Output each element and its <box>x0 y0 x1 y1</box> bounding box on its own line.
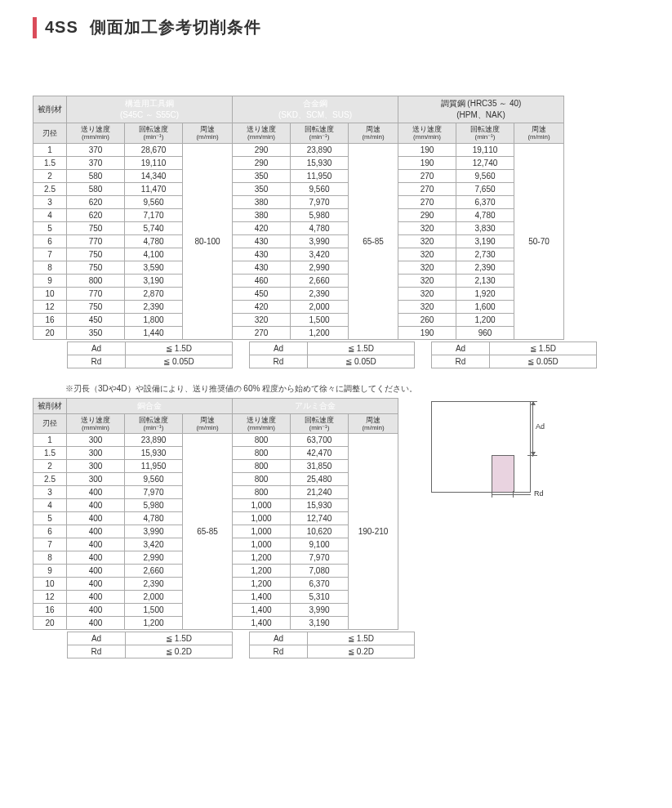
material-column-header: アルミ合金 <box>233 398 398 413</box>
speed-header: 周速(m/min) <box>514 123 564 144</box>
ad-label: Ad <box>68 342 126 355</box>
ad-label: Ad <box>68 632 126 645</box>
speed-header: 周速(m/min) <box>349 123 398 144</box>
adrd-table: Ad≦ 1.5DRd≦ 0.05D <box>249 342 415 368</box>
ad-label: Ad <box>432 342 490 355</box>
diagram-rd-label: Rd <box>534 489 544 498</box>
ad-value: ≦ 1.5D <box>490 342 597 355</box>
feed-header: 送り速度(mm/min) <box>67 123 125 144</box>
dia-header: 刃径 <box>33 123 67 144</box>
ad-label: Ad <box>250 342 308 355</box>
material-column-header: 構造用工具鋼(S45C ～ S55C) <box>67 96 233 123</box>
footnote: ※刃長（3Dや4D）や設備により、送り推奨値の 60% 程度から始めて徐々に調整… <box>65 383 639 395</box>
adrd-row-1: Ad≦ 1.5DRd≦ 0.05DAd≦ 1.5DRd≦ 0.05DAd≦ 1.… <box>33 342 639 368</box>
cutting-table-1: 被削材構造用工具鋼(S45C ～ S55C)合金鋼(SKD、SCM、SUS)調質… <box>33 96 639 340</box>
material-header: 被削材 <box>33 398 67 413</box>
rd-label: Rd <box>68 645 126 658</box>
product-code: 4SS <box>45 18 78 37</box>
material-column-header: 合金鋼(SKD、SCM、SUS) <box>233 96 398 123</box>
rpm-header: 回転速度(min⁻¹) <box>456 123 514 144</box>
cutting-table-2: 被削材銅合金アルミ合金刃径送り速度(mm/min)回転速度(min⁻¹)周速(m… <box>33 398 415 631</box>
rd-value: ≦ 0.05D <box>126 355 233 368</box>
adrd-row-2: Ad≦ 1.5DRd≦ 0.2DAd≦ 1.5DRd≦ 0.2D <box>33 632 415 658</box>
rpm-header: 回転速度(min⁻¹) <box>291 413 349 434</box>
page-title: 4SS 側面加工参考切削条件 <box>33 16 639 38</box>
material-column-header: 調質鋼 (HRC35 ～ 40)(HPM、NAK) <box>398 96 564 123</box>
data-row: 46207,1703805,9802904,780 <box>33 208 564 221</box>
data-row: 258014,34035011,9502709,560 <box>33 169 564 182</box>
ad-rd-diagram: Ad Rd <box>428 398 550 504</box>
speed-cell: 65-85 <box>349 143 398 339</box>
adrd-table: Ad≦ 1.5DRd≦ 0.05D <box>431 342 597 368</box>
speed-cell: 190-210 <box>349 434 398 630</box>
data-row: 87503,5904302,9903202,390 <box>33 261 564 274</box>
speed-cell: 50-70 <box>514 143 564 339</box>
rd-label: Rd <box>68 355 126 368</box>
data-row: 203501,4402701,200190960 <box>33 326 564 339</box>
rpm-header: 回転速度(min⁻¹) <box>125 123 183 144</box>
speed-cell: 80-100 <box>183 143 233 339</box>
data-row: 98003,1904602,6603202,130 <box>33 274 564 287</box>
data-row: 164501,8003201,5002601,200 <box>33 313 564 326</box>
rd-value: ≦ 0.2D <box>126 645 233 658</box>
ad-value: ≦ 1.5D <box>126 632 233 645</box>
data-row: 1.537019,11029015,93019012,740 <box>33 156 564 169</box>
title-text: 側面加工参考切削条件 <box>90 16 261 38</box>
ad-value: ≦ 1.5D <box>308 342 415 355</box>
title-accent-bar <box>33 17 37 38</box>
dia-header: 刃径 <box>33 413 67 434</box>
feed-header: 送り速度(mm/min) <box>398 123 456 144</box>
rpm-header: 回転速度(min⁻¹) <box>125 413 183 434</box>
data-row: 57505,7404204,7803203,830 <box>33 221 564 234</box>
feed-header: 送り速度(mm/min) <box>233 413 291 434</box>
data-row: 36209,5603807,9702706,370 <box>33 195 564 208</box>
data-row: 2.558011,4703509,5602707,650 <box>33 182 564 195</box>
rd-value: ≦ 0.05D <box>308 355 415 368</box>
diagram-ad-label: Ad <box>536 422 545 431</box>
feed-header: 送り速度(mm/min) <box>67 413 125 434</box>
rd-label: Rd <box>432 355 490 368</box>
ad-value: ≦ 1.5D <box>126 342 233 355</box>
rd-label: Rd <box>250 645 308 658</box>
rpm-header: 回転速度(min⁻¹) <box>291 123 349 144</box>
data-row: 107702,8704502,3903201,920 <box>33 287 564 300</box>
adrd-table: Ad≦ 1.5DRd≦ 0.2D <box>67 632 233 658</box>
ad-value: ≦ 1.5D <box>308 632 415 645</box>
data-row: 67704,7804303,9903203,190 <box>33 234 564 248</box>
material-column-header: 銅合金 <box>67 398 233 413</box>
speed-header: 周速(m/min) <box>183 123 233 144</box>
material-header: 被削材 <box>33 96 67 123</box>
rd-value: ≦ 0.2D <box>308 645 415 658</box>
data-row: 77504,1004303,4203202,730 <box>33 248 564 261</box>
speed-header: 周速(m/min) <box>349 413 398 434</box>
speed-cell: 65-85 <box>183 434 233 630</box>
data-row: 130023,89065-8580063,700190-210 <box>33 434 398 447</box>
data-row: 127502,3904202,0003201,600 <box>33 300 564 313</box>
adrd-table: Ad≦ 1.5DRd≦ 0.05D <box>67 342 233 368</box>
speed-header: 周速(m/min) <box>183 413 233 434</box>
adrd-table: Ad≦ 1.5DRd≦ 0.2D <box>249 632 415 658</box>
data-row: 137028,67080-10029023,89065-8519019,1105… <box>33 143 564 156</box>
feed-header: 送り速度(mm/min) <box>233 123 291 144</box>
rd-value: ≦ 0.05D <box>490 355 597 368</box>
rd-label: Rd <box>250 355 308 368</box>
ad-label: Ad <box>250 632 308 645</box>
